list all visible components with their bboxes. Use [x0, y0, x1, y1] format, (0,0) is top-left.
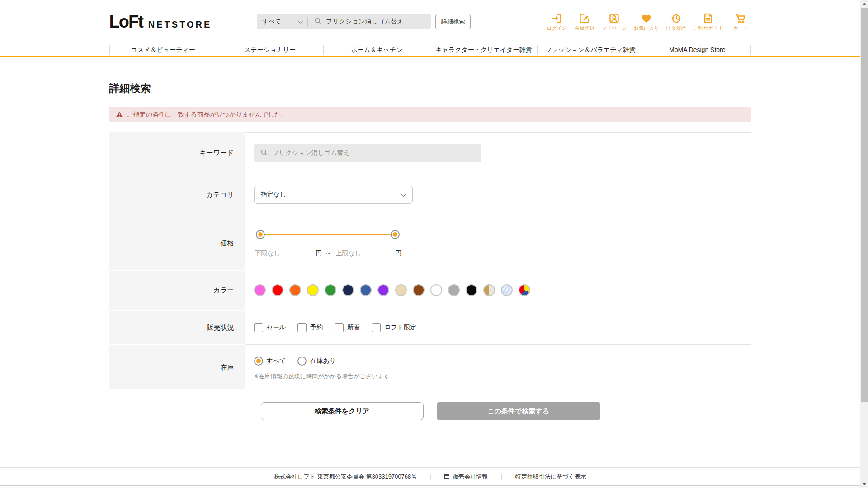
- form-actions: 検索条件をクリア この条件で検索する: [109, 402, 751, 420]
- header-search-input[interactable]: [326, 18, 425, 25]
- utility-cart[interactable]: カート: [731, 12, 751, 32]
- utility-order-history[interactable]: 注文履歴: [665, 12, 686, 32]
- guide-icon: [702, 12, 714, 24]
- sales-status-options: セール 予約 新着 ロフト限定: [254, 323, 751, 332]
- color-swatch-navy[interactable]: [342, 284, 354, 296]
- chevron-down-icon: [298, 19, 303, 25]
- color-swatch-multicolor[interactable]: [519, 284, 530, 296]
- form-row-category: カテゴリ 指定なし: [109, 174, 751, 216]
- checkbox-icon[interactable]: [372, 323, 381, 332]
- search-submit-button[interactable]: この条件で検索する: [437, 402, 600, 420]
- footer-link-1[interactable]: 特定商取引法に基づく表示: [515, 473, 586, 481]
- stock-option-0[interactable]: すべて: [254, 357, 286, 366]
- warning-icon: [116, 111, 123, 119]
- keyword-label: キーワード: [109, 132, 245, 174]
- price-slider-handle-min[interactable]: [257, 231, 264, 238]
- color-swatch-beige[interactable]: [395, 284, 407, 296]
- checkbox-icon[interactable]: [297, 323, 307, 332]
- clear-conditions-button[interactable]: 検索条件をクリア: [261, 402, 424, 420]
- main-content: 詳細検索 ご指定の条件に一致する商品が見つかりませんでした。 キーワード: [109, 81, 751, 420]
- sales-option-label: ロフト限定: [384, 324, 416, 332]
- utility-label: ログイン: [547, 25, 567, 32]
- nav-item-4[interactable]: ファッション＆バラエティ雑貨: [537, 43, 644, 56]
- color-swatch-red[interactable]: [272, 284, 283, 296]
- color-label: カラー: [109, 270, 245, 310]
- mypage-icon: [608, 12, 620, 24]
- price-range-slider[interactable]: [260, 234, 395, 235]
- form-row-sales-status: 販売状況 セール 予約 新着 ロフト限定: [109, 310, 751, 344]
- footer-separator: ｜: [499, 473, 505, 481]
- category-select[interactable]: 指定なし: [254, 186, 413, 204]
- utility-guide[interactable]: ご利用ガイド: [693, 12, 723, 32]
- scrollbar[interactable]: [860, 0, 868, 488]
- search-category-value: すべて: [262, 18, 281, 26]
- stock-option-label: 在庫あり: [310, 357, 336, 365]
- search-icon: [314, 17, 322, 27]
- logo-brand-text: LoFt: [109, 12, 143, 32]
- site-logo[interactable]: LoFt NETSTORE: [109, 12, 212, 32]
- scrollbar-down-arrow[interactable]: [860, 480, 868, 488]
- utility-register[interactable]: 会員登録: [574, 12, 595, 32]
- main-nav-items: コスメ＆ビューティーステーショナリーホーム＆キッチンキャラクター・クリエイター雑…: [109, 43, 751, 56]
- nav-item-2[interactable]: ホーム＆キッチン: [323, 43, 430, 56]
- radio-icon[interactable]: [297, 357, 307, 366]
- utility-favorites[interactable]: お気に入り: [634, 12, 659, 32]
- nav-item-0[interactable]: コスメ＆ビューティー: [110, 43, 217, 56]
- main-nav: コスメ＆ビューティーステーショナリーホーム＆キッチンキャラクター・クリエイター雑…: [0, 43, 860, 57]
- color-swatch-clear[interactable]: [501, 284, 513, 296]
- sales-option-2[interactable]: 新着: [335, 323, 360, 332]
- stock-note: ※在庫情報の反映に時間がかかる場合がございます: [254, 372, 751, 380]
- price-max-input[interactable]: [335, 249, 390, 259]
- advanced-search-button[interactable]: 詳細検索: [435, 14, 471, 29]
- radio-icon[interactable]: [254, 357, 263, 366]
- logo-suffix-text: NETSTORE: [148, 19, 212, 30]
- price-min-input[interactable]: [254, 249, 309, 259]
- price-unit-max: 円: [396, 249, 402, 258]
- color-swatch-pink[interactable]: [254, 284, 266, 296]
- cart-icon: [735, 12, 747, 24]
- utility-login[interactable]: ログイン: [547, 12, 567, 32]
- price-label: 価格: [109, 216, 245, 270]
- price-slider-handle-max[interactable]: [392, 231, 399, 238]
- footer-link-label: 特定商取引法に基づく表示: [515, 473, 586, 481]
- color-swatch-purple[interactable]: [377, 284, 389, 296]
- utility-mypage[interactable]: マイページ: [602, 12, 627, 32]
- keyword-input[interactable]: [273, 150, 475, 157]
- stock-option-label: すべて: [267, 357, 286, 365]
- form-row-stock: 在庫 すべて 在庫あり ※在庫情報の反映に時間がかかる場合がございます: [109, 344, 751, 389]
- scrollbar-up-arrow[interactable]: [860, 0, 868, 8]
- sales-option-3[interactable]: ロフト限定: [372, 323, 416, 332]
- scrollbar-thumb[interactable]: [861, 8, 868, 402]
- sales-option-1[interactable]: 予約: [297, 323, 323, 332]
- price-inputs: 円 ～ 円: [254, 249, 751, 259]
- color-swatch-gray[interactable]: [448, 284, 460, 296]
- color-swatch-orange[interactable]: [289, 284, 301, 296]
- color-swatch-black[interactable]: [466, 284, 477, 296]
- stock-option-1[interactable]: 在庫あり: [297, 357, 336, 366]
- nav-item-5[interactable]: MoMA Design Store: [644, 43, 750, 56]
- sales-option-label: 新着: [347, 324, 360, 332]
- order-history-icon: [670, 12, 682, 24]
- form-row-price: 価格 円 ～ 円: [109, 216, 751, 270]
- color-swatch-brown[interactable]: [413, 284, 425, 296]
- form-row-keyword: キーワード: [109, 132, 751, 174]
- search-category-dropdown[interactable]: すべて: [257, 14, 307, 29]
- error-message-text: ご指定の条件に一致する商品が見つかりませんでした。: [127, 111, 288, 119]
- site-header: LoFt NETSTORE すべて 詳細検索: [0, 0, 860, 43]
- nav-item-1[interactable]: ステーショナリー: [217, 43, 323, 56]
- color-swatch-white[interactable]: [430, 284, 442, 296]
- window-icon: [444, 474, 449, 479]
- header-search-box: すべて: [257, 14, 431, 29]
- register-icon: [578, 12, 590, 24]
- checkbox-icon[interactable]: [335, 323, 344, 332]
- color-swatch-gold-silver[interactable]: [483, 284, 495, 296]
- search-icon: [260, 149, 268, 158]
- color-swatch-green[interactable]: [325, 284, 336, 296]
- checkbox-icon[interactable]: [254, 323, 263, 332]
- color-swatch-blue[interactable]: [360, 284, 372, 296]
- footer-link-0[interactable]: 販売会社情報: [444, 473, 488, 481]
- sales-option-0[interactable]: セール: [254, 323, 286, 332]
- search-form: キーワード カテゴリ 指定なし: [109, 132, 751, 389]
- color-swatch-yellow[interactable]: [307, 284, 319, 296]
- nav-item-3[interactable]: キャラクター・クリエイター雑貨: [430, 43, 537, 56]
